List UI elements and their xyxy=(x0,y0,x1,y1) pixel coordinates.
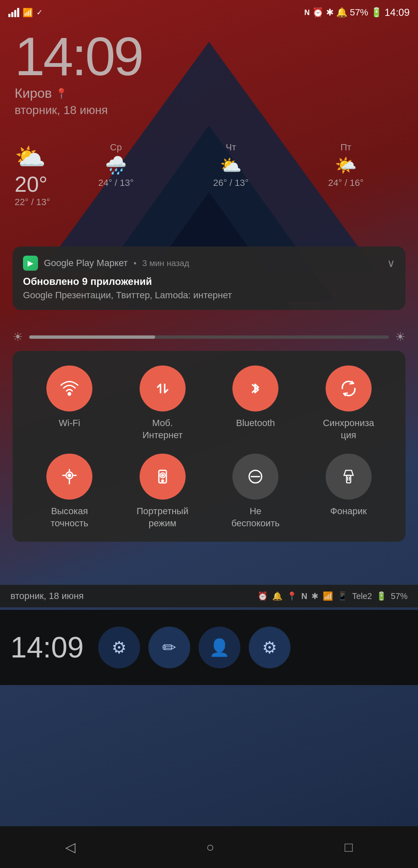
status-right: N ⏰ ✱ 🔔 57% 🔋 14:09 xyxy=(304,7,410,18)
forecast-day-3-name: Пт xyxy=(341,142,352,153)
quick-settings-row-1: Wi-Fi Моб.Интернет Bluetooth xyxy=(23,365,395,441)
unknown-status-icon: ✓ xyxy=(36,8,43,17)
location-button[interactable] xyxy=(46,454,92,500)
forecast-day-3-icon: 🌤️ xyxy=(335,155,357,175)
wifi-button[interactable] xyxy=(46,365,92,411)
forecast-day-1: Ср 🌧️ 24° / 13° xyxy=(98,142,134,188)
brightness-low-icon: ☀ xyxy=(13,330,23,344)
main-clock: 14:09 xyxy=(15,29,142,84)
volume-icon: 🔔 xyxy=(336,7,347,18)
settings-icon: ⚙ xyxy=(262,638,277,657)
clock-area: 14:09 Киров 📍 вторник, 18 июня xyxy=(15,29,142,117)
qs-item-bluetooth: Bluetooth xyxy=(222,365,289,441)
dock-app-settings[interactable]: ⚙ xyxy=(98,627,140,668)
bottom-nfc-icon: N xyxy=(301,591,307,601)
signal-bars-icon xyxy=(8,8,19,17)
bluetooth-button[interactable] xyxy=(232,365,278,411)
nfc-icon: N xyxy=(304,8,310,17)
brightness-track[interactable] xyxy=(29,335,389,339)
notification-header-left: ▶ Google Play Маркет • 3 мин назад xyxy=(23,256,189,271)
qs-item-flashlight: Фонарик xyxy=(315,454,382,529)
forecast-day-2: Чт ⛅ 26° / 13° xyxy=(213,142,249,188)
mobile-data-icon xyxy=(152,378,173,399)
navigation-bar: ◁ ○ □ xyxy=(0,826,418,868)
notification-time: • xyxy=(133,259,136,268)
dock-apps: ⚙ ✏ 👤 ⚙ xyxy=(98,627,291,668)
notification-chevron-icon[interactable]: ∨ xyxy=(387,257,395,270)
dock-app-edit[interactable]: ✏ xyxy=(148,627,190,668)
back-button[interactable]: ◁ xyxy=(53,835,88,859)
bottom-signal-icon: 📱 xyxy=(337,591,348,601)
notification-time-value: 3 мин назад xyxy=(142,259,189,268)
forecast-day-2-name: Чт xyxy=(226,142,236,153)
bottom-date: вторник, 18 июня xyxy=(10,591,84,602)
svg-rect-9 xyxy=(347,475,351,483)
forecast-day-3: Пт 🌤️ 24° / 16° xyxy=(328,142,364,188)
dnd-icon xyxy=(245,466,266,487)
brightness-bar-area[interactable]: ☀ ☀ xyxy=(13,330,405,344)
dock-app-user[interactable]: 👤 xyxy=(199,627,240,668)
date-text: вторник, 18 июня xyxy=(15,104,142,117)
flashlight-label: Фонарик xyxy=(330,505,367,518)
weather-widget: ⛅ 20° 22° / 13° Ср 🌧️ 24° / 13° Чт ⛅ 26°… xyxy=(15,142,403,208)
qs-item-location: Высокаяточность xyxy=(36,454,103,529)
notification-app-icon: ▶ xyxy=(23,256,38,271)
bluetooth-status-icon: ✱ xyxy=(326,7,334,18)
brightness-high-icon: ☀ xyxy=(395,330,405,344)
dnd-label: Небеспокоить xyxy=(231,505,280,529)
svg-point-0 xyxy=(68,393,71,395)
sync-icon xyxy=(338,378,359,399)
battery-percent: 57% xyxy=(350,7,368,18)
forecast-day-1-name: Ср xyxy=(110,142,122,153)
qs-item-sync: Синхронизация xyxy=(315,365,382,441)
notification-body: Google Презентации, Твиттер, Lamoda: инт… xyxy=(23,290,395,301)
bluetooth-label: Bluetooth xyxy=(236,417,275,429)
dock-area: 14:09 ⚙ ✏ 👤 ⚙ xyxy=(0,610,418,685)
forecast-day-1-temp: 24° / 13° xyxy=(98,178,134,188)
mobile-data-label: Моб.Интернет xyxy=(143,417,183,441)
bottom-bluetooth-icon: ✱ xyxy=(311,591,319,601)
location-icon: 📍 xyxy=(55,88,68,99)
weather-forecast: Ср 🌧️ 24° / 13° Чт ⛅ 26° / 13° Пт 🌤️ 24°… xyxy=(59,142,403,188)
flashlight-icon xyxy=(338,466,359,487)
qs-item-mobile-data: Моб.Интернет xyxy=(129,365,196,441)
bottom-carrier: Tele2 xyxy=(352,591,372,601)
status-left: 📶 ✓ xyxy=(8,8,43,18)
battery-icon: 🔋 xyxy=(371,7,382,18)
sync-label: Синхронизация xyxy=(323,417,374,441)
flashlight-button[interactable] xyxy=(326,454,372,500)
status-bar: 📶 ✓ N ⏰ ✱ 🔔 57% 🔋 14:09 xyxy=(0,0,418,25)
bottom-location-icon: 📍 xyxy=(287,591,297,601)
forecast-day-1-icon: 🌧️ xyxy=(105,155,127,175)
dock-clock: 14:09 xyxy=(10,631,84,664)
bottom-notification-bar: вторник, 18 июня ⏰ 🔔 📍 N ✱ 📶 📱 Tele2 🔋 5… xyxy=(0,585,418,607)
quick-settings-row-2: Высокаяточность Портретныйрежим xyxy=(23,454,395,529)
brightness-fill xyxy=(29,335,155,339)
location-label: Высокаяточность xyxy=(51,505,88,529)
wifi-status-icon: 📶 xyxy=(23,8,33,18)
notification-card[interactable]: ▶ Google Play Маркет • 3 мин назад ∨ Обн… xyxy=(13,246,405,310)
bottom-wifi-icon: 📶 xyxy=(323,591,333,601)
dock-app-gear2[interactable]: ⚙ xyxy=(249,627,291,668)
svg-marker-8 xyxy=(344,470,353,475)
dnd-button[interactable] xyxy=(232,454,278,500)
gear-icon: ⚙ xyxy=(112,638,127,657)
weather-current-icon: ⛅ xyxy=(15,142,46,172)
notification-app-name: Google Play Маркет xyxy=(44,258,127,269)
bottom-alarm-icon: ⏰ xyxy=(257,591,268,601)
recents-button[interactable]: □ xyxy=(332,835,365,859)
current-temp-range: 22° / 13° xyxy=(15,197,50,208)
weather-current: ⛅ 20° 22° / 13° xyxy=(15,142,50,208)
alarm-icon: ⏰ xyxy=(312,7,324,18)
portrait-label: Портретныйрежим xyxy=(137,505,189,529)
forecast-day-2-temp: 26° / 13° xyxy=(213,178,249,188)
bottom-status-icons: ⏰ 🔔 📍 N ✱ 📶 📱 Tele2 🔋 57% xyxy=(257,591,408,601)
edit-icon: ✏ xyxy=(162,638,176,657)
sync-button[interactable] xyxy=(326,365,372,411)
city-name: Киров xyxy=(15,86,52,101)
home-button[interactable]: ○ xyxy=(194,835,227,859)
portrait-button[interactable] xyxy=(140,454,186,500)
bottom-battery-icon: 🔋 xyxy=(376,591,387,601)
mobile-data-button[interactable] xyxy=(140,365,186,411)
city-row: Киров 📍 xyxy=(15,86,142,101)
